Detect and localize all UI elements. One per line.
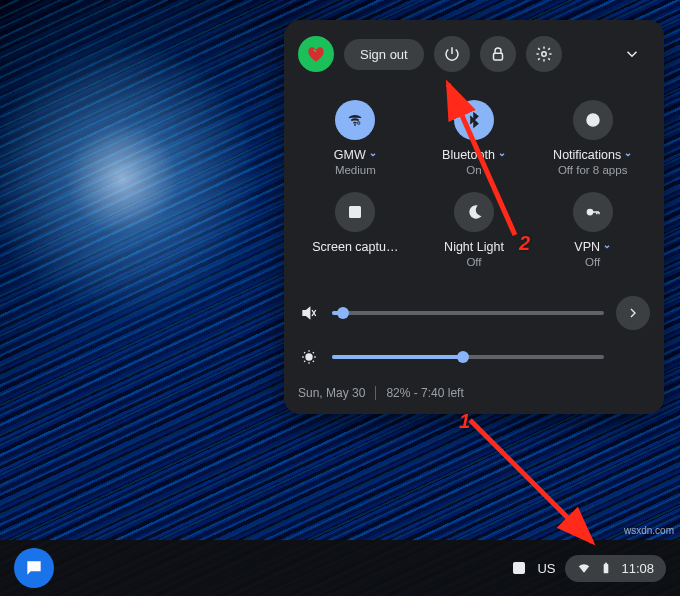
tile-bluetooth-label: Bluetooth xyxy=(442,148,495,162)
divider xyxy=(375,386,376,400)
tile-notifications-sub: Off for 8 apps xyxy=(558,164,627,176)
volume-slider-row xyxy=(298,296,650,330)
svg-rect-11 xyxy=(605,563,607,564)
tile-vpn-sub: Off xyxy=(585,256,600,268)
user-avatar[interactable] xyxy=(298,36,334,72)
tray-download-icon xyxy=(511,560,527,576)
brightness-slider-row xyxy=(298,348,650,366)
status-time: 11:08 xyxy=(621,561,654,576)
quick-settings-panel: Sign out GMW Medium Bluetooth xyxy=(284,20,664,414)
chevron-down-icon xyxy=(369,151,377,159)
tile-night-light-label: Night Light xyxy=(444,240,504,254)
svg-rect-0 xyxy=(493,53,502,60)
tile-notifications-label: Notifications xyxy=(553,148,621,162)
tile-screen-capture[interactable]: Screen captu… xyxy=(298,188,413,272)
shelf: US 11:08 xyxy=(0,540,680,596)
svg-rect-10 xyxy=(604,564,609,573)
footer-battery: 82% - 7:40 left xyxy=(386,386,463,400)
tile-bluetooth[interactable]: Bluetooth On xyxy=(417,96,532,180)
tile-vpn[interactable]: VPN Off xyxy=(535,188,650,272)
chevron-right-icon xyxy=(625,305,641,321)
tile-night-light[interactable]: Night Light Off xyxy=(417,188,532,272)
status-tray[interactable]: 11:08 xyxy=(565,555,666,582)
bluetooth-icon xyxy=(454,100,494,140)
tile-screen-capture-label: Screen captu… xyxy=(312,240,398,254)
gear-icon xyxy=(535,45,553,63)
volume-slider[interactable] xyxy=(332,311,604,315)
chevron-down-icon xyxy=(623,45,641,63)
tray-ime[interactable]: US xyxy=(537,561,555,576)
tile-wifi-sub: Medium xyxy=(335,164,376,176)
tile-notifications[interactable]: Notifications Off for 8 apps xyxy=(535,96,650,180)
sign-out-button[interactable]: Sign out xyxy=(344,39,424,70)
wifi-icon xyxy=(577,561,591,575)
wifi-icon xyxy=(335,100,375,140)
audio-settings-button[interactable] xyxy=(616,296,650,330)
panel-footer: Sun, May 30 82% - 7:40 left xyxy=(298,386,650,400)
quick-settings-tiles: GMW Medium Bluetooth On Notifications Of… xyxy=(298,96,650,272)
power-icon xyxy=(443,45,461,63)
brightness-icon[interactable] xyxy=(298,348,320,366)
power-button[interactable] xyxy=(434,36,470,72)
chat-icon xyxy=(24,558,44,578)
do-not-disturb-icon xyxy=(573,100,613,140)
footer-date: Sun, May 30 xyxy=(298,386,365,400)
vpn-key-icon xyxy=(573,192,613,232)
volume-mute-icon[interactable] xyxy=(298,304,320,322)
annotation-2: 2 xyxy=(519,232,530,255)
svg-point-8 xyxy=(306,354,312,360)
chevron-down-icon xyxy=(498,151,506,159)
tile-wifi[interactable]: GMW Medium xyxy=(298,96,413,180)
brightness-slider[interactable] xyxy=(332,355,604,359)
chevron-down-icon xyxy=(603,243,611,251)
tile-vpn-label: VPN xyxy=(574,240,600,254)
tile-night-light-sub: Off xyxy=(466,256,481,268)
annotation-1: 1 xyxy=(459,410,470,433)
tile-wifi-label: GMW xyxy=(334,148,366,162)
sliders-section xyxy=(298,296,650,366)
night-light-icon xyxy=(454,192,494,232)
settings-button[interactable] xyxy=(526,36,562,72)
watermark: wsxdn.com xyxy=(624,525,674,536)
lock-icon xyxy=(489,45,507,63)
screen-capture-icon xyxy=(335,192,375,232)
chevron-down-icon xyxy=(624,151,632,159)
tile-bluetooth-sub: On xyxy=(466,164,481,176)
svg-point-7 xyxy=(587,209,592,214)
messages-app[interactable] xyxy=(14,548,54,588)
tray-holding-space[interactable] xyxy=(511,560,527,576)
battery-icon xyxy=(599,561,613,575)
lock-button[interactable] xyxy=(480,36,516,72)
svg-point-2 xyxy=(354,124,356,126)
collapse-button[interactable] xyxy=(614,36,650,72)
svg-point-1 xyxy=(541,52,546,57)
svg-point-6 xyxy=(353,210,357,214)
panel-header: Sign out xyxy=(298,36,650,72)
